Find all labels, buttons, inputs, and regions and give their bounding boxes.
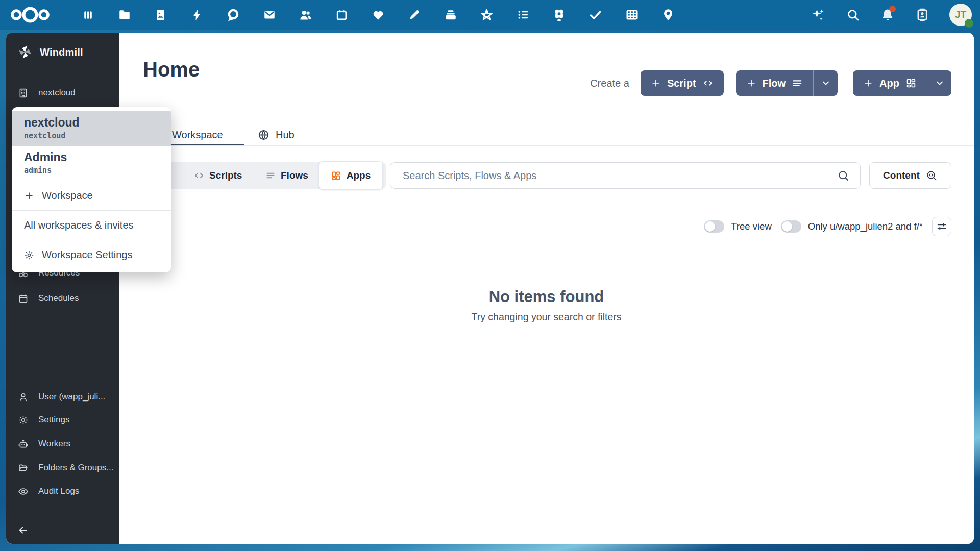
sidebar-item-user[interactable]: User (wapp_juli... bbox=[6, 385, 119, 409]
building-icon bbox=[17, 87, 29, 98]
create-flow-dropdown[interactable] bbox=[813, 70, 838, 96]
maps-icon[interactable] bbox=[661, 8, 675, 22]
activity-icon[interactable] bbox=[190, 8, 204, 22]
recognize-star-icon[interactable] bbox=[480, 8, 494, 22]
chevron-down-icon bbox=[821, 78, 831, 88]
search-input[interactable] bbox=[390, 170, 837, 182]
dashboard-icon[interactable] bbox=[81, 8, 95, 22]
search-icon[interactable] bbox=[845, 7, 861, 22]
sidebar-item-settings[interactable]: Settings bbox=[6, 408, 119, 432]
create-app-dropdown[interactable] bbox=[927, 70, 951, 96]
calendar-icon bbox=[17, 293, 29, 304]
online-status-dot bbox=[965, 19, 973, 28]
plus-icon bbox=[746, 78, 756, 88]
workspace-id: admins bbox=[24, 166, 159, 175]
toggle-knob bbox=[705, 221, 715, 232]
create-app-main[interactable]: App bbox=[853, 70, 927, 96]
workspace-name: Admins bbox=[24, 151, 159, 164]
create-script-button[interactable]: Script bbox=[641, 70, 724, 96]
flower-app-icon[interactable] bbox=[552, 8, 566, 22]
notifications-bell-icon[interactable] bbox=[880, 7, 895, 22]
tab-hub[interactable]: Hub bbox=[258, 123, 295, 146]
gear-icon bbox=[24, 250, 34, 260]
sidebar-item-label: Schedules bbox=[38, 293, 79, 304]
nextcloud-app-nav bbox=[81, 0, 675, 30]
create-row: Create a Script Flow bbox=[590, 70, 951, 96]
plus-icon bbox=[24, 191, 34, 201]
filter-scripts[interactable]: Scripts bbox=[194, 162, 242, 189]
create-flow-label: Flow bbox=[763, 78, 786, 89]
notes-list-icon[interactable] bbox=[516, 8, 530, 22]
workspace-settings-item[interactable]: Workspace Settings bbox=[12, 240, 171, 269]
tables-icon[interactable] bbox=[625, 8, 639, 22]
avatar-initials: JT bbox=[955, 9, 966, 20]
view-options-row: Tree view Only u/wapp_julien2 and f/* bbox=[704, 215, 951, 238]
tree-view-toggle[interactable] bbox=[704, 220, 724, 233]
gear-icon bbox=[17, 414, 29, 425]
health-heart-icon[interactable] bbox=[371, 8, 385, 22]
create-app-button: App bbox=[853, 70, 951, 96]
plus-icon bbox=[651, 78, 661, 88]
sidebar-item-schedules[interactable]: Schedules bbox=[6, 286, 119, 311]
sidebar-item-label: Settings bbox=[38, 415, 69, 425]
empty-state-subtitle: Try changing your search or filters bbox=[119, 311, 974, 323]
app-title: Windmill bbox=[40, 46, 83, 58]
filter-flows[interactable]: Flows bbox=[265, 162, 308, 189]
plus-icon bbox=[863, 78, 873, 88]
nextcloud-header: JT bbox=[0, 0, 980, 30]
header-right-actions: JT bbox=[811, 0, 972, 30]
sidebar-item-label: Folders & Groups... bbox=[38, 463, 113, 473]
contacts-icon[interactable] bbox=[299, 8, 312, 22]
sidebar-item-label: nextcloud bbox=[38, 88, 76, 98]
arrow-left-icon bbox=[17, 524, 29, 536]
only-owner-toggle[interactable] bbox=[781, 220, 801, 233]
flow-lines-icon bbox=[265, 170, 276, 181]
deck-icon[interactable] bbox=[444, 8, 457, 22]
windmill-logo-icon bbox=[17, 44, 33, 60]
add-workspace-label: Workspace bbox=[42, 190, 93, 202]
talk-icon[interactable] bbox=[226, 8, 240, 22]
sidebar-item-workers[interactable]: Workers bbox=[6, 432, 119, 456]
user-avatar[interactable]: JT bbox=[949, 4, 972, 26]
contacts-menu-icon[interactable] bbox=[915, 7, 930, 22]
sidebar-collapse-button[interactable] bbox=[6, 518, 119, 542]
content-search-button[interactable]: Content bbox=[869, 162, 951, 189]
create-script-label: Script bbox=[667, 78, 696, 89]
nextcloud-logo-icon[interactable] bbox=[9, 6, 51, 23]
main-content: Home Create a Script Flow bbox=[119, 33, 974, 544]
add-workspace-item[interactable]: Workspace bbox=[12, 181, 171, 210]
sidebar-item-workspace-nextcloud[interactable]: nextcloud bbox=[6, 81, 119, 105]
globe-icon bbox=[258, 129, 270, 141]
workspace-name: nextcloud bbox=[24, 116, 159, 130]
empty-state: No items found Try changing your search … bbox=[119, 288, 974, 323]
photos-icon[interactable] bbox=[154, 8, 167, 22]
create-label: Create a bbox=[590, 78, 629, 89]
files-icon[interactable] bbox=[117, 8, 131, 22]
flow-lines-icon bbox=[792, 78, 803, 89]
display-settings-button[interactable] bbox=[932, 217, 951, 236]
workspace-dropdown-menu: nextcloud nextcloud Admins admins Worksp… bbox=[12, 107, 171, 272]
windmill-brand[interactable]: Windmill bbox=[6, 39, 119, 65]
mail-icon[interactable] bbox=[262, 8, 276, 22]
eye-icon bbox=[17, 486, 29, 497]
search-box bbox=[390, 162, 861, 189]
sidebar-item-label: Workers bbox=[38, 439, 70, 449]
search-icon[interactable] bbox=[837, 169, 850, 182]
workspace-option-nextcloud[interactable]: nextcloud nextcloud bbox=[12, 111, 171, 146]
only-owner-label: Only u/wapp_julien2 and f/* bbox=[808, 221, 923, 232]
sidebar-item-folders-groups[interactable]: Folders & Groups... bbox=[6, 456, 119, 480]
tasks-check-icon[interactable] bbox=[589, 8, 602, 22]
filter-apps-selected[interactable]: Apps bbox=[318, 161, 383, 190]
notes-pencil-icon[interactable] bbox=[407, 8, 421, 22]
workspace-option-admins[interactable]: Admins admins bbox=[12, 146, 171, 181]
all-workspaces-item[interactable]: All workspaces & invites bbox=[12, 211, 171, 240]
assistant-sparkles-icon[interactable] bbox=[811, 7, 826, 22]
folder-open-icon bbox=[17, 462, 29, 473]
create-flow-button: Flow bbox=[736, 70, 838, 96]
calendar-icon[interactable] bbox=[335, 8, 349, 22]
sidebar-item-audit-logs[interactable]: Audit Logs bbox=[6, 479, 119, 504]
create-flow-main[interactable]: Flow bbox=[736, 70, 814, 96]
sidebar-item-label: Audit Logs bbox=[38, 486, 79, 496]
filter-apps-label: Apps bbox=[347, 170, 371, 181]
chevron-down-icon bbox=[935, 78, 945, 88]
